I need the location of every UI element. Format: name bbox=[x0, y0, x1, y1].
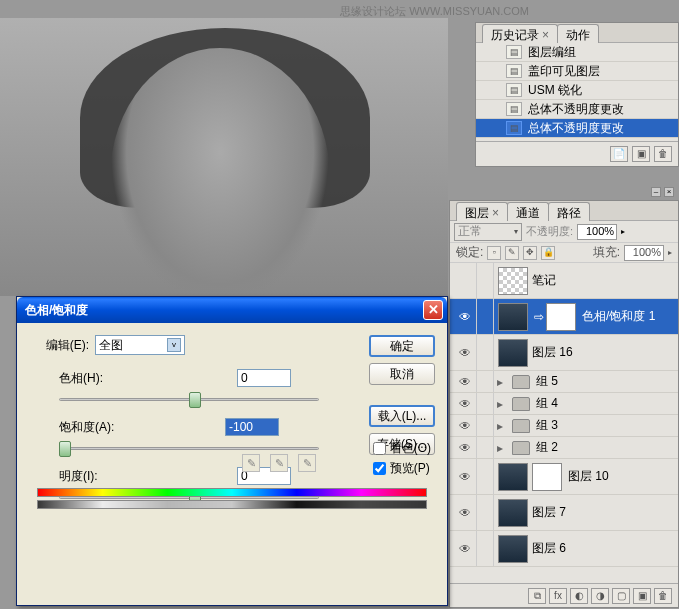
layers-tabs: 图层× 通道 路径 bbox=[450, 201, 678, 221]
color-spectrum bbox=[37, 488, 427, 510]
history-footer: 📄 ▣ 🗑 bbox=[476, 141, 678, 165]
layer-options-row: 正常▾ 不透明度: 100%▸ bbox=[450, 221, 678, 243]
doc-icon: ▤ bbox=[506, 121, 522, 135]
trash-icon[interactable]: 🗑 bbox=[654, 146, 672, 162]
layer-row[interactable]: 👁图层 16 bbox=[450, 335, 678, 371]
folder-icon bbox=[512, 397, 530, 411]
visibility-toggle[interactable]: 👁 bbox=[454, 371, 476, 392]
colorize-checkbox[interactable] bbox=[373, 442, 386, 455]
visibility-toggle[interactable]: 👁 bbox=[454, 437, 476, 458]
visibility-toggle[interactable]: 👁 bbox=[454, 335, 476, 370]
load-button[interactable]: 载入(L)... bbox=[369, 405, 435, 427]
new-layer-icon[interactable]: ▣ bbox=[633, 588, 651, 604]
layers-footer: ⧉ fx ◐ ◑ ▢ ▣ 🗑 bbox=[450, 583, 678, 607]
layers-panel: –× 图层× 通道 路径 正常▾ 不透明度: 100%▸ 锁定: ▫ ✎ ✥ 🔒… bbox=[449, 200, 679, 608]
layer-row[interactable]: 笔记 bbox=[450, 263, 678, 299]
layer-row[interactable]: 👁图层 6 bbox=[450, 531, 678, 567]
opacity-input[interactable]: 100% bbox=[577, 224, 617, 240]
history-item[interactable]: ▤USM 锐化 bbox=[476, 81, 678, 100]
spectrum-in bbox=[37, 488, 427, 497]
layer-group-row[interactable]: 👁▸组 2 bbox=[450, 437, 678, 459]
expand-icon[interactable]: ▸ bbox=[494, 375, 506, 389]
history-list: ▤图层编组 ▤盖印可见图层 ▤USM 锐化 ▤总体不透明度更改 ▤总体不透明度更… bbox=[476, 43, 678, 141]
fx-icon[interactable]: fx bbox=[549, 588, 567, 604]
expand-icon[interactable]: ▸ bbox=[494, 419, 506, 433]
hue-input[interactable]: 0 bbox=[237, 369, 291, 387]
tab-channels[interactable]: 通道 bbox=[507, 202, 549, 221]
expand-icon[interactable]: ▸ bbox=[494, 397, 506, 411]
folder-icon bbox=[512, 441, 530, 455]
visibility-toggle[interactable]: 👁 bbox=[454, 531, 476, 566]
minimize-icon[interactable]: – bbox=[651, 187, 661, 197]
layer-thumb bbox=[498, 339, 528, 367]
trash-icon[interactable]: 🗑 bbox=[654, 588, 672, 604]
ok-button[interactable]: 确定 bbox=[369, 335, 435, 357]
link-icon[interactable]: ⧉ bbox=[528, 588, 546, 604]
spectrum-out bbox=[37, 500, 427, 509]
layer-thumb bbox=[498, 499, 528, 527]
eyedropper-minus-icon[interactable]: ✎ bbox=[298, 454, 316, 472]
lock-row: 锁定: ▫ ✎ ✥ 🔒 填充: 100%▸ bbox=[450, 243, 678, 263]
history-item[interactable]: ▤图层编组 bbox=[476, 43, 678, 62]
dialog-close-button[interactable]: ✕ bbox=[423, 300, 443, 320]
dialog-title: 色相/饱和度 bbox=[21, 302, 423, 319]
history-item[interactable]: ▤总体不透明度更改 bbox=[476, 100, 678, 119]
layer-thumb bbox=[498, 463, 528, 491]
visibility-toggle[interactable] bbox=[454, 263, 476, 298]
lightness-label: 明度(I): bbox=[59, 468, 139, 485]
watermark: 思缘设计论坛 WWW.MISSYUAN.COM bbox=[340, 4, 529, 19]
doc-icon: ▤ bbox=[506, 64, 522, 78]
tab-history[interactable]: 历史记录× bbox=[482, 24, 558, 43]
visibility-toggle[interactable]: 👁 bbox=[454, 459, 476, 494]
layer-group-row[interactable]: 👁▸组 5 bbox=[450, 371, 678, 393]
history-item[interactable]: ▤盖印可见图层 bbox=[476, 62, 678, 81]
saturation-input[interactable]: -100 bbox=[225, 418, 279, 436]
layer-row[interactable]: 👁图层 10 bbox=[450, 459, 678, 495]
folder-icon bbox=[512, 375, 530, 389]
tab-actions[interactable]: 动作 bbox=[557, 24, 599, 43]
folder-icon bbox=[512, 419, 530, 433]
doc-icon: ▤ bbox=[506, 45, 522, 59]
dialog-titlebar[interactable]: 色相/饱和度 ✕ bbox=[17, 297, 447, 323]
close-icon[interactable]: × bbox=[542, 28, 549, 42]
lock-all-icon[interactable]: 🔒 bbox=[541, 246, 555, 260]
new-doc-icon[interactable]: 📄 bbox=[610, 146, 628, 162]
layer-group-row[interactable]: 👁▸组 3 bbox=[450, 415, 678, 437]
adjustment-icon[interactable]: ◑ bbox=[591, 588, 609, 604]
saturation-label: 饱和度(A): bbox=[59, 419, 139, 436]
lock-transparency-icon[interactable]: ▫ bbox=[487, 246, 501, 260]
colorize-label: 着色(O) bbox=[390, 440, 431, 457]
visibility-toggle[interactable]: 👁 bbox=[454, 415, 476, 436]
visibility-toggle[interactable]: 👁 bbox=[454, 393, 476, 414]
group-icon[interactable]: ▢ bbox=[612, 588, 630, 604]
expand-icon[interactable]: ▸ bbox=[494, 441, 506, 455]
hue-slider[interactable] bbox=[59, 390, 319, 410]
tab-layers[interactable]: 图层× bbox=[456, 202, 508, 221]
slider-handle[interactable] bbox=[59, 441, 71, 457]
new-snapshot-icon[interactable]: ▣ bbox=[632, 146, 650, 162]
visibility-toggle[interactable]: 👁 bbox=[454, 299, 476, 334]
lock-brush-icon[interactable]: ✎ bbox=[505, 246, 519, 260]
cancel-button[interactable]: 取消 bbox=[369, 363, 435, 385]
preview-label: 预览(P) bbox=[390, 460, 430, 477]
history-item-current[interactable]: ▤总体不透明度更改 bbox=[476, 119, 678, 138]
visibility-toggle[interactable]: 👁 bbox=[454, 495, 476, 530]
fill-input[interactable]: 100% bbox=[624, 245, 664, 261]
layer-group-row[interactable]: 👁▸组 4 bbox=[450, 393, 678, 415]
eyedropper-icon[interactable]: ✎ bbox=[242, 454, 260, 472]
panel-close-icon[interactable]: × bbox=[664, 187, 674, 197]
eyedropper-plus-icon[interactable]: ✎ bbox=[270, 454, 288, 472]
lock-move-icon[interactable]: ✥ bbox=[523, 246, 537, 260]
hue-saturation-dialog: 色相/饱和度 ✕ 编辑(E): 全图v 色相(H):0 饱和度(A):-100 … bbox=[16, 296, 448, 606]
preview-checkbox[interactable] bbox=[373, 462, 386, 475]
doc-icon: ▤ bbox=[506, 83, 522, 97]
edit-combo[interactable]: 全图v bbox=[95, 335, 185, 355]
slider-handle[interactable] bbox=[189, 392, 201, 408]
mask-icon[interactable]: ◐ bbox=[570, 588, 588, 604]
tab-paths[interactable]: 路径 bbox=[548, 202, 590, 221]
close-icon[interactable]: × bbox=[492, 206, 499, 220]
doc-icon: ▤ bbox=[506, 102, 522, 116]
layer-row-selected[interactable]: 👁⇨色相/饱和度 1 bbox=[450, 299, 678, 335]
blend-mode-combo[interactable]: 正常▾ bbox=[454, 223, 522, 241]
layer-row[interactable]: 👁图层 7 bbox=[450, 495, 678, 531]
